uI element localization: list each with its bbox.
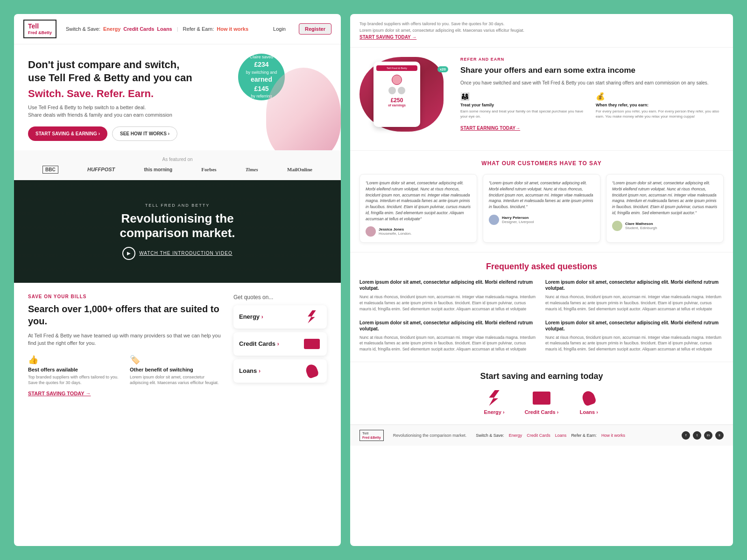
refer-section: Tell Fred & Betty £250 of earnings x20 <box>350 48 733 151</box>
footer-social: f t in li <box>682 431 724 440</box>
linkedin-icon[interactable]: li <box>715 431 724 440</box>
energy-icon-container <box>303 310 321 324</box>
testimonial-card-3: "Lorem ipsum dolor sit amet, consectetur… <box>606 174 724 243</box>
author-name-3: Clare Matheson <box>625 222 657 226</box>
register-button[interactable]: Register <box>299 23 331 35</box>
footer-tagline: Revolutionising the comparison market. <box>393 433 467 438</box>
footer-logo-sub: Fred &Betty <box>362 436 381 439</box>
saving-energy-item[interactable]: Energy › <box>483 389 506 415</box>
switch-save-label: Switch & Save: <box>66 26 100 32</box>
energy-arrow: › <box>261 314 263 320</box>
right-start-saving-link[interactable]: START SAVING TODAY → <box>359 35 724 40</box>
family-icon: 👨‍👩‍👧 <box>460 92 588 101</box>
testimonial-author-1: Jessica Jones Housewife, London. <box>366 226 471 237</box>
logo-sub: Fred &Betty <box>28 30 52 35</box>
video-play-label: WATCH THE INTRODUCTION VIDEO <box>139 251 232 256</box>
featured-section: As featured on BBC HUFFPOST this morning… <box>14 150 341 180</box>
footer-energy[interactable]: Energy <box>509 433 522 438</box>
tag-icon: 🏷️ <box>130 355 224 365</box>
video-title: Revolutionising the comparison market. <box>96 211 259 240</box>
offers-right: Get quotes on... Energy › Credit Cards › <box>233 294 327 396</box>
refer-label: REFER AND EARN <box>460 57 724 62</box>
featured-label: As featured on <box>28 157 327 162</box>
testimonial-author-2: Harry Peterson Designer, Liverpool <box>489 215 594 225</box>
mail-online-logo: MailOnline <box>287 167 312 172</box>
faq-answer-2: Nunc at risus rhoncus, tincidunt ipsum n… <box>545 294 724 312</box>
refer-sub-row <box>388 87 405 94</box>
nav-how-it-works[interactable]: How it works <box>217 26 248 32</box>
hero-visual <box>238 63 341 147</box>
refer-benefit-2-title: When they refer, you earn: <box>596 103 724 107</box>
faq-item-2: Lorem ipsum dolor sit amet, consectetur … <box>545 279 724 312</box>
video-play-button[interactable]: ▶ WATCH THE INTRODUCTION VIDEO <box>122 247 232 260</box>
offers-right-title: Get quotes on... <box>233 294 327 301</box>
saving-credit-visual <box>530 389 553 407</box>
lightning-icon <box>307 310 317 323</box>
saving-icons: Energy › Credit Cards › Loans › <box>359 389 724 415</box>
left-panel: Tell Fred &Betty Switch & Save: Energy C… <box>14 14 341 546</box>
refer-title: Share your offers and earn some extra in… <box>460 65 724 76</box>
right-top-desc2: Lorem ipsum dolor sit amet, consectetur … <box>359 28 724 33</box>
refer-benefit-2-desc: For every person you refer, you earn. Fo… <box>596 109 724 119</box>
refer-main-avatar <box>392 75 402 85</box>
refer-content: REFER AND EARN Share your offers and ear… <box>453 57 724 141</box>
refer-benefits: 👨‍👩‍👧 Treat your family Earn some money … <box>460 92 724 119</box>
leaf-icon <box>304 363 319 379</box>
faq-section: Frequently asked questions Lorem ipsum d… <box>350 252 733 362</box>
footer-how-it-works[interactable]: How it works <box>601 433 625 438</box>
hero-text: Don't just compare and switch, use Tell … <box>28 58 192 141</box>
author-info-2: Harry Peterson Designer, Liverpool <box>502 216 534 224</box>
bubble-line1: Claire saved <box>250 54 273 60</box>
refer-benefit-1-title: Treat your family <box>460 103 588 107</box>
saving-loans-item[interactable]: Loans › <box>577 389 600 415</box>
see-how-it-works-button[interactable]: SEE HOW IT WORKS › <box>112 126 177 141</box>
saving-loans-label: Loans › <box>580 409 598 415</box>
login-link[interactable]: Login <box>273 26 286 32</box>
start-saving-button[interactable]: START SAVING & EARNING › <box>28 126 107 141</box>
saving-credit-label: Credit Cards › <box>525 409 559 415</box>
nav-separator: | <box>177 26 178 32</box>
twitter-icon[interactable]: t <box>693 431 701 440</box>
author-name-2: Harry Peterson <box>502 216 534 220</box>
refer-earnings: £250 of earnings <box>388 97 406 107</box>
energy-offer-card[interactable]: Energy › <box>233 305 327 329</box>
credit-cards-offer-card[interactable]: Credit Cards › <box>233 332 327 356</box>
loans-offer-card[interactable]: Loans › <box>233 359 327 383</box>
nav-energy[interactable]: Energy <box>103 26 120 32</box>
faq-question-2: Lorem ipsum dolor sit amet, consectetur … <box>545 279 724 291</box>
nav-credit-cards[interactable]: Credit Cards <box>123 26 154 32</box>
instagram-icon[interactable]: in <box>704 431 712 440</box>
start-saving-title: Start saving and earning today <box>359 371 724 381</box>
testimonial-card-2: "Lorem ipsum dolor sit amet, consectetur… <box>483 174 600 243</box>
credit-arrow: › <box>277 341 279 347</box>
testimonial-card-1: "Lorem ipsum dolor sit amet, consectetur… <box>359 174 477 243</box>
refer-visual: Tell Fred & Betty £250 of earnings x20 <box>359 57 453 141</box>
hero-headline: Don't just compare and switch, use Tell … <box>28 58 192 85</box>
offers-left: SAVE ON YOUR BILLS Search over 1,000+ of… <box>28 294 224 396</box>
start-saving-section: Start saving and earning today Energy › … <box>350 362 733 425</box>
footer-switch-label: Switch & Save: <box>476 433 504 438</box>
start-saving-link[interactable]: START SAVING TODAY → <box>28 391 224 396</box>
footer-credit-cards[interactable]: Credit Cards <box>527 433 550 438</box>
energy-label: Energy › <box>239 313 303 320</box>
testimonial-text-2: "Lorem ipsum dolor sit amet, consectetur… <box>489 180 594 210</box>
faq-item-3: Lorem ipsum dolor sit amet, consectetur … <box>359 320 538 352</box>
refer-sub-avatar-2 <box>398 87 405 94</box>
nav-loans[interactable]: Loans <box>157 26 172 32</box>
facebook-icon[interactable]: f <box>682 431 690 440</box>
start-earning-link[interactable]: START EARNING TODAY→ <box>460 126 724 131</box>
right-panel: Top branded suppliers with offers tailor… <box>350 14 733 546</box>
navigation: Tell Fred &Betty Switch & Save: Energy C… <box>14 14 341 44</box>
faq-answer-1: Nunc at risus rhoncus, tincidunt ipsum n… <box>359 294 538 312</box>
featured-logos: BBC HUFFPOST this morning Forbes Times M… <box>28 166 327 174</box>
refer-phone-mockup: Tell Fred & Betty £250 of earnings <box>374 62 420 127</box>
testimonial-author-3: Clare Matheson Student, Edinburgh <box>612 221 718 231</box>
saving-credit-item[interactable]: Credit Cards › <box>525 389 559 415</box>
author-role-1: Housewife, London. <box>379 231 412 236</box>
faq-title: Frequently asked questions <box>359 262 724 272</box>
footer-loans[interactable]: Loans <box>555 433 567 438</box>
huffpost-logo: HUFFPOST <box>87 167 115 172</box>
footer-logo: TellFred &Betty <box>359 430 384 441</box>
benefits: 👍 Best offers available Top branded supp… <box>28 355 224 386</box>
faq-answer-4: Nunc at risus rhoncus, tincidunt ipsum n… <box>545 335 724 352</box>
